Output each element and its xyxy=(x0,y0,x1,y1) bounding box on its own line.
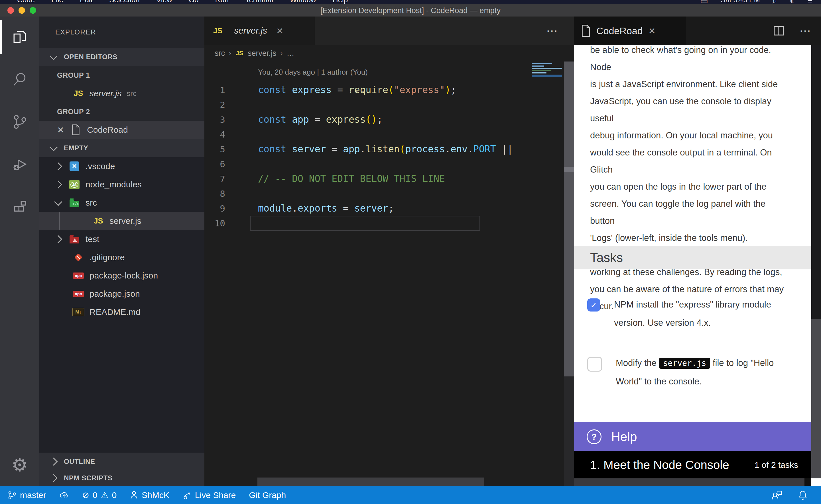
menu-help[interactable]: Help xyxy=(333,0,348,4)
menu-run[interactable]: Run xyxy=(215,0,229,4)
codelens-blame[interactable]: You, 20 days ago | 1 author (You) xyxy=(258,68,368,77)
tree-item-node-modules[interactable]: JSnode_modules xyxy=(39,175,204,194)
split-editor-icon[interactable] xyxy=(773,25,785,36)
webview-scrollbar-track xyxy=(811,319,821,478)
minimap[interactable] xyxy=(532,63,563,78)
settings-gear-icon[interactable]: ⚙ xyxy=(0,448,39,482)
menu-edit[interactable]: Edit xyxy=(80,0,93,4)
outline-section-header[interactable]: OUTLINE xyxy=(39,453,204,470)
code-editor[interactable]: You, 20 days ago | 1 author (You) 1const… xyxy=(204,62,574,486)
open-editor-item-coderoad[interactable]: ✕CodeRoad xyxy=(39,121,204,139)
menu-window[interactable]: Window xyxy=(290,0,316,4)
account-status[interactable]: ShMcK xyxy=(130,490,169,500)
extensions-icon[interactable] xyxy=(0,188,39,227)
menu-selection[interactable]: Selection xyxy=(109,0,140,4)
sync-changes-button[interactable] xyxy=(59,490,69,500)
tree-item-gitignore[interactable]: .gitignore xyxy=(39,248,204,267)
code-line-1[interactable]: 1const express = require("express"); xyxy=(204,83,574,97)
item-label: server.js xyxy=(109,216,141,226)
tab-coderoad[interactable]: CodeRoad ✕ xyxy=(574,17,686,45)
explorer-icon[interactable] xyxy=(0,18,39,56)
code-line-2[interactable]: 2 xyxy=(204,97,574,112)
titlebar: [Extension Development Host] - CodeRoad … xyxy=(0,4,821,17)
webview-scrollbar[interactable] xyxy=(811,45,821,486)
git-branch-icon xyxy=(7,491,17,500)
git-graph-button[interactable]: Git Graph xyxy=(249,490,286,500)
editor-actions-more-icon[interactable]: ⋯ xyxy=(546,17,557,45)
panel-more-actions-icon[interactable]: ⋯ xyxy=(799,24,811,37)
open-editor-item-server-js[interactable]: JSserver.jssrc xyxy=(39,84,204,103)
item-label: .vscode xyxy=(85,161,115,171)
git-branch-status[interactable]: master xyxy=(7,490,46,500)
help-button[interactable]: ? Help xyxy=(574,422,811,451)
menu-code[interactable]: Code xyxy=(17,0,35,4)
coderoad-webview: be able to check what's going on in your… xyxy=(574,45,821,486)
live-share-button[interactable]: Live Share xyxy=(182,490,236,500)
search-icon[interactable] xyxy=(0,60,39,99)
tree-item-package-lock-json[interactable]: npmpackage-lock.json xyxy=(39,267,204,285)
breadcrumb[interactable]: src› JS server.js› … xyxy=(204,45,574,62)
chevron-right-icon xyxy=(54,162,62,170)
paragraph-line: debug information. On your local machine… xyxy=(590,127,793,144)
line-text xyxy=(225,97,258,112)
item-label: package.json xyxy=(89,289,140,299)
group-label: GROUP 2 xyxy=(57,108,90,116)
line-text: const app = express(); xyxy=(225,112,383,127)
item-label: README.md xyxy=(89,307,140,317)
zoom-window-button[interactable] xyxy=(30,7,36,14)
problems-status[interactable]: ⊘ 0 ⚠ 0 xyxy=(82,490,116,500)
minimap-line xyxy=(532,68,562,69)
webview-scrollbar-thumb[interactable] xyxy=(811,45,821,319)
editor-horizontal-scrollbar[interactable] xyxy=(258,478,484,486)
task-text: Modify the server.js file to log "Hello … xyxy=(616,354,793,391)
editor-vertical-scrollbar[interactable] xyxy=(564,62,574,376)
control-center-icon[interactable]: ≡ xyxy=(807,0,812,4)
code-line-4[interactable]: 4 xyxy=(204,127,574,142)
close-window-button[interactable] xyxy=(7,7,14,14)
code-line-7[interactable]: 7// -- DO NOT EDIT BELOW THIS LINE xyxy=(204,171,574,186)
tree-item-test[interactable]: test xyxy=(39,230,204,248)
npm-icon: npm xyxy=(72,270,84,282)
tab-server-js[interactable]: JS server.js ✕ xyxy=(204,17,315,45)
tree-item-package-json[interactable]: npmpackage.json xyxy=(39,285,204,303)
tree-item-server-js[interactable]: JSserver.js xyxy=(39,212,204,230)
tree-item-readme-md[interactable]: M↓README.md xyxy=(39,303,204,321)
tab-label: CodeRoad xyxy=(596,25,643,36)
code-line-8[interactable]: 8 xyxy=(204,186,574,201)
close-tab-icon[interactable]: ✕ xyxy=(649,26,656,36)
close-tab-icon[interactable]: ✕ xyxy=(276,26,283,36)
minimize-window-button[interactable] xyxy=(19,7,25,14)
task-checkbox-unchecked[interactable] xyxy=(587,357,602,372)
code-line-9[interactable]: 9module.exports = server; xyxy=(204,201,574,216)
spotlight-icon[interactable]: ⌕ xyxy=(773,0,777,4)
menu-terminal[interactable]: Terminal xyxy=(245,0,273,4)
bell-icon[interactable] xyxy=(798,490,808,501)
open-editors-header[interactable]: OPEN EDITORS xyxy=(39,48,204,66)
feedback-icon[interactable] xyxy=(771,490,783,501)
menu-view[interactable]: View xyxy=(156,0,172,4)
open-editor-group-group-2[interactable]: GROUP 2 xyxy=(39,103,204,121)
indent-guide xyxy=(59,212,60,230)
code-line-5[interactable]: 5const server = app.listen(process.env.P… xyxy=(204,142,574,157)
task-checkbox-checked[interactable]: ✓ xyxy=(587,298,600,312)
npm-scripts-section-header[interactable]: NPM SCRIPTS xyxy=(39,470,204,486)
close-editor-icon[interactable]: ✕ xyxy=(57,125,64,135)
person-icon xyxy=(130,491,138,500)
siri-icon[interactable]: ◐ xyxy=(790,0,795,4)
lesson-footer[interactable]: 1. Meet the Node Console 1 of 2 tasks xyxy=(574,451,811,478)
code-line-10[interactable]: 10 xyxy=(204,216,574,231)
open-editor-group-group-1[interactable]: GROUP 1 xyxy=(39,66,204,84)
code-line-3[interactable]: 3const app = express(); xyxy=(204,112,574,127)
line-number: 4 xyxy=(204,127,225,142)
tree-item-src[interactable]: </>src xyxy=(39,194,204,212)
source-control-icon[interactable] xyxy=(0,103,39,141)
code-line-6[interactable]: 6 xyxy=(204,157,574,171)
line-number: 6 xyxy=(204,157,225,171)
folder-section-header[interactable]: EMPTY xyxy=(39,139,204,157)
menu-go[interactable]: Go xyxy=(189,0,199,4)
run-debug-icon[interactable] xyxy=(0,145,39,184)
menu-file[interactable]: File xyxy=(51,0,63,4)
tree-item-vscode[interactable]: ✕.vscode xyxy=(39,157,204,175)
line-number: 8 xyxy=(204,186,225,201)
scrollbar-thumb[interactable] xyxy=(564,167,574,172)
